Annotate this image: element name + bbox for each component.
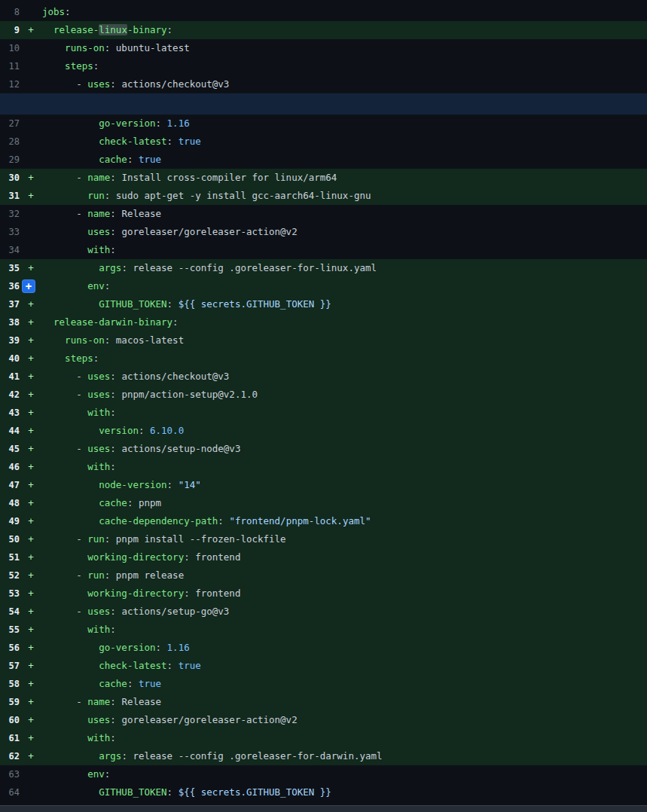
- diff-sign: +: [20, 350, 42, 368]
- code-token: : actions/setup-go@v3: [110, 606, 229, 617]
- line-number[interactable]: 64: [0, 783, 20, 801]
- line-number[interactable]: 41: [0, 368, 20, 386]
- diff-line: 29 cache: true: [0, 151, 647, 169]
- diff-sign: +: [20, 295, 42, 313]
- line-number[interactable]: 30: [0, 169, 20, 187]
- diff-line: 34 with:: [0, 241, 647, 259]
- diff-line: 37 + GITHUB_TOKEN: ${{ secrets.GITHUB_TO…: [0, 295, 647, 313]
- line-number[interactable]: 39: [0, 331, 20, 350]
- line-number[interactable]: 56: [0, 639, 20, 657]
- line-number[interactable]: 9: [0, 21, 20, 39]
- line-number[interactable]: 59: [0, 693, 20, 711]
- yaml-key-token: env: [87, 280, 105, 292]
- line-number[interactable]: 48: [0, 494, 20, 512]
- code-content: go-version: 1.16: [42, 114, 647, 133]
- line-number[interactable]: 35: [0, 259, 20, 277]
- diff-sign: +: [20, 585, 42, 603]
- code-token: true: [179, 136, 201, 147]
- line-number[interactable]: 44: [0, 422, 20, 440]
- line-number[interactable]: 49: [0, 512, 20, 530]
- diff-line: 42 + - uses: pnpm/action-setup@v2.1.0: [0, 386, 647, 404]
- line-number[interactable]: 54: [0, 603, 20, 621]
- line-number[interactable]: 31: [0, 187, 20, 205]
- code-token: true: [139, 678, 161, 689]
- line-number[interactable]: 27: [0, 114, 20, 133]
- line-number[interactable]: 11: [0, 57, 20, 75]
- line-number[interactable]: 47: [0, 476, 20, 494]
- yaml-key-token: uses: [87, 443, 110, 454]
- diff-line: 59 + - name: Release: [0, 693, 647, 711]
- line-number[interactable]: 60: [0, 711, 20, 729]
- yaml-key-token: cache: [99, 497, 127, 508]
- line-number[interactable]: 52: [0, 566, 20, 585]
- code-token: :: [65, 6, 71, 17]
- line-number[interactable]: 34: [0, 241, 20, 259]
- add-comment-button[interactable]: +: [22, 279, 35, 293]
- line-number[interactable]: 32: [0, 205, 20, 223]
- code-token: :: [172, 316, 179, 328]
- code-token: [42, 316, 53, 328]
- yaml-key-token: uses: [87, 389, 110, 400]
- expand-hunk-row[interactable]: [0, 93, 647, 114]
- code-token: :: [156, 642, 167, 653]
- line-number[interactable]: 29: [0, 151, 20, 169]
- line-number[interactable]: 53: [0, 585, 20, 603]
- line-number[interactable]: 28: [0, 133, 20, 151]
- line-number[interactable]: 45: [0, 440, 20, 458]
- code-token: : Release: [110, 696, 161, 707]
- code-token: : ubuntu-latest: [105, 42, 190, 53]
- yaml-key-token: run: [87, 533, 105, 545]
- line-number[interactable]: 43: [0, 404, 20, 422]
- code-content: steps:: [42, 350, 647, 368]
- diff-sign: +: [20, 729, 42, 747]
- line-number[interactable]: 61: [0, 729, 20, 747]
- code-content: - uses: actions/setup-node@v3: [42, 440, 647, 458]
- line-number[interactable]: 38: [0, 313, 20, 331]
- yaml-key-token: check-latest: [99, 660, 166, 671]
- line-number[interactable]: 37: [0, 295, 20, 313]
- code-content: go-version: 1.16: [42, 639, 647, 657]
- code-content: cache-dependency-path: "frontend/pnpm-lo…: [42, 512, 647, 530]
- code-content: working-directory: frontend: [42, 585, 647, 603]
- code-token: :: [110, 407, 116, 418]
- code-content: cache: pnpm: [42, 494, 647, 512]
- code-token: :: [167, 136, 179, 147]
- diff-sign: [20, 223, 42, 241]
- diff-sign: +: [20, 603, 42, 621]
- line-number[interactable]: 10: [0, 39, 20, 57]
- code-token: : frontend: [184, 551, 240, 563]
- code-token: [42, 624, 87, 635]
- code-content: steps:: [42, 57, 647, 75]
- line-number[interactable]: 55: [0, 621, 20, 639]
- code-content: uses: goreleaser/goreleaser-action@v2: [42, 711, 647, 729]
- line-number[interactable]: 42: [0, 386, 20, 404]
- code-content: with:: [42, 621, 647, 639]
- code-token: :: [127, 154, 139, 165]
- diff-sign: +: [20, 548, 42, 566]
- line-number[interactable]: 46: [0, 458, 20, 476]
- code-token: [42, 118, 99, 129]
- line-number[interactable]: 8: [0, 3, 20, 21]
- line-number[interactable]: 57: [0, 657, 20, 675]
- line-number[interactable]: 63: [0, 765, 20, 783]
- code-token: -: [42, 371, 87, 382]
- code-token: :: [110, 244, 116, 255]
- line-number[interactable]: 50: [0, 530, 20, 548]
- code-token: :: [218, 515, 229, 527]
- code-token: "14": [179, 479, 201, 490]
- code-token: [42, 497, 99, 508]
- code-token: :: [156, 118, 167, 129]
- code-token: :: [110, 461, 116, 472]
- code-token: [42, 298, 99, 310]
- line-number[interactable]: 12: [0, 75, 20, 93]
- yaml-key-token: steps: [65, 60, 93, 72]
- code-content: with:: [42, 729, 647, 747]
- line-number[interactable]: 40: [0, 350, 20, 368]
- diff-line: 57 + check-latest: true: [0, 657, 647, 675]
- line-number[interactable]: 51: [0, 548, 20, 566]
- line-number[interactable]: 36: [0, 277, 20, 295]
- line-number[interactable]: 33: [0, 223, 20, 241]
- code-content: - name: Install cross-compiler for linux…: [42, 169, 647, 187]
- line-number[interactable]: 62: [0, 747, 20, 765]
- line-number[interactable]: 58: [0, 675, 20, 693]
